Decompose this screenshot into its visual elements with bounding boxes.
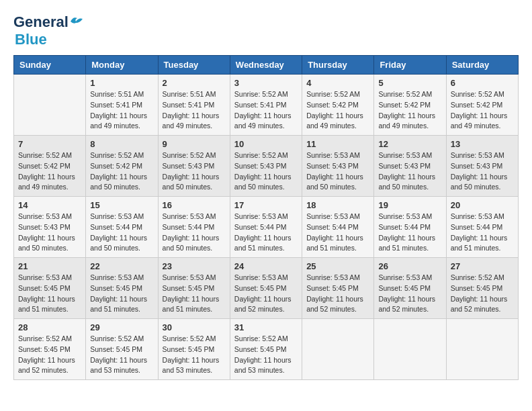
calendar-cell: 11Sunrise: 5:53 AMSunset: 5:43 PMDayligh… [302,136,374,197]
calendar-row: 28Sunrise: 5:52 AMSunset: 5:45 PMDayligh… [14,319,519,380]
calendar-cell [446,319,518,380]
day-number: 4 [306,78,369,88]
day-info: Sunrise: 5:52 AMSunset: 5:43 PMDaylight:… [163,150,226,193]
calendar-cell [14,75,86,136]
calendar-cell: 13Sunrise: 5:53 AMSunset: 5:43 PMDayligh… [446,136,518,197]
day-info: Sunrise: 5:52 AMSunset: 5:41 PMDaylight:… [234,89,298,132]
day-info: Sunrise: 5:52 AMSunset: 5:43 PMDaylight:… [234,150,298,193]
calendar-cell: 16Sunrise: 5:53 AMSunset: 5:44 PMDayligh… [158,197,230,258]
day-info: Sunrise: 5:52 AMSunset: 5:42 PMDaylight:… [378,89,441,132]
calendar-cell: 17Sunrise: 5:53 AMSunset: 5:44 PMDayligh… [230,197,302,258]
day-number: 22 [90,261,153,271]
weekday-header: Friday [374,56,446,75]
calendar-cell: 7Sunrise: 5:52 AMSunset: 5:42 PMDaylight… [14,136,86,197]
day-info: Sunrise: 5:53 AMSunset: 5:45 PMDaylight:… [378,273,441,315]
calendar-cell: 3Sunrise: 5:52 AMSunset: 5:41 PMDaylight… [230,75,302,136]
day-number: 8 [90,139,153,149]
day-info: Sunrise: 5:53 AMSunset: 5:44 PMDaylight:… [378,212,441,254]
day-number: 1 [90,78,153,88]
day-number: 27 [451,261,514,271]
day-number: 12 [378,139,441,149]
calendar-cell: 27Sunrise: 5:52 AMSunset: 5:45 PMDayligh… [446,258,518,319]
calendar-cell [374,319,446,380]
calendar-row: 14Sunrise: 5:53 AMSunset: 5:43 PMDayligh… [14,197,519,258]
day-info: Sunrise: 5:52 AMSunset: 5:45 PMDaylight:… [18,334,81,376]
calendar-cell: 22Sunrise: 5:53 AMSunset: 5:45 PMDayligh… [86,258,158,319]
weekday-header: Sunday [14,56,86,75]
day-info: Sunrise: 5:52 AMSunset: 5:45 PMDaylight:… [451,273,514,315]
calendar-cell: 30Sunrise: 5:52 AMSunset: 5:45 PMDayligh… [158,319,230,380]
calendar-cell: 31Sunrise: 5:52 AMSunset: 5:45 PMDayligh… [230,319,302,380]
day-number: 11 [306,139,369,149]
logo: General Blue [13,13,83,48]
day-info: Sunrise: 5:52 AMSunset: 5:45 PMDaylight:… [234,334,298,376]
day-info: Sunrise: 5:52 AMSunset: 5:42 PMDaylight:… [451,89,514,132]
calendar-cell: 8Sunrise: 5:52 AMSunset: 5:42 PMDaylight… [86,136,158,197]
logo-blue: Blue [15,31,47,48]
calendar-cell: 15Sunrise: 5:53 AMSunset: 5:44 PMDayligh… [86,197,158,258]
day-info: Sunrise: 5:53 AMSunset: 5:45 PMDaylight:… [18,273,81,315]
calendar-cell: 28Sunrise: 5:52 AMSunset: 5:45 PMDayligh… [14,319,86,380]
day-info: Sunrise: 5:52 AMSunset: 5:42 PMDaylight:… [306,89,369,132]
day-number: 28 [18,322,81,332]
logo-bird-icon [69,15,83,27]
calendar-cell: 24Sunrise: 5:53 AMSunset: 5:45 PMDayligh… [230,258,302,319]
day-info: Sunrise: 5:53 AMSunset: 5:45 PMDaylight:… [306,273,369,315]
calendar-table: SundayMondayTuesdayWednesdayThursdayFrid… [13,55,519,380]
day-number: 17 [234,200,298,210]
day-info: Sunrise: 5:53 AMSunset: 5:43 PMDaylight:… [451,150,514,193]
weekday-header: Thursday [302,56,374,75]
calendar-row: 1Sunrise: 5:51 AMSunset: 5:41 PMDaylight… [14,75,519,136]
day-number: 6 [451,78,514,88]
day-number: 9 [163,139,226,149]
day-number: 19 [378,200,441,210]
calendar-cell: 5Sunrise: 5:52 AMSunset: 5:42 PMDaylight… [374,75,446,136]
day-info: Sunrise: 5:53 AMSunset: 5:44 PMDaylight:… [90,212,153,254]
calendar-body: 1Sunrise: 5:51 AMSunset: 5:41 PMDaylight… [14,75,519,380]
calendar-cell: 18Sunrise: 5:53 AMSunset: 5:44 PMDayligh… [302,197,374,258]
day-info: Sunrise: 5:51 AMSunset: 5:41 PMDaylight:… [90,89,153,132]
day-number: 30 [163,322,226,332]
day-number: 15 [90,200,153,210]
weekday-header: Tuesday [158,56,230,75]
calendar-cell: 12Sunrise: 5:53 AMSunset: 5:43 PMDayligh… [374,136,446,197]
calendar-cell: 23Sunrise: 5:53 AMSunset: 5:45 PMDayligh… [158,258,230,319]
calendar-cell: 6Sunrise: 5:52 AMSunset: 5:42 PMDaylight… [446,75,518,136]
day-info: Sunrise: 5:53 AMSunset: 5:43 PMDaylight:… [18,212,81,254]
day-number: 13 [451,139,514,149]
calendar-cell: 26Sunrise: 5:53 AMSunset: 5:45 PMDayligh… [374,258,446,319]
day-number: 7 [18,139,81,149]
day-number: 3 [234,78,298,88]
logo-general: General [13,13,69,31]
header-row: SundayMondayTuesdayWednesdayThursdayFrid… [14,56,519,75]
day-number: 20 [451,200,514,210]
day-info: Sunrise: 5:53 AMSunset: 5:45 PMDaylight:… [163,273,226,315]
day-info: Sunrise: 5:53 AMSunset: 5:44 PMDaylight:… [163,212,226,254]
weekday-header: Monday [86,56,158,75]
page-header: General Blue [13,13,519,48]
day-number: 21 [18,261,81,271]
day-info: Sunrise: 5:52 AMSunset: 5:45 PMDaylight:… [90,334,153,376]
day-number: 26 [378,261,441,271]
weekday-header: Saturday [446,56,518,75]
day-info: Sunrise: 5:52 AMSunset: 5:42 PMDaylight:… [18,150,81,193]
day-info: Sunrise: 5:53 AMSunset: 5:43 PMDaylight:… [378,150,441,193]
day-info: Sunrise: 5:52 AMSunset: 5:42 PMDaylight:… [90,150,153,193]
calendar-cell: 21Sunrise: 5:53 AMSunset: 5:45 PMDayligh… [14,258,86,319]
day-number: 29 [90,322,153,332]
calendar-cell: 19Sunrise: 5:53 AMSunset: 5:44 PMDayligh… [374,197,446,258]
day-number: 31 [234,322,298,332]
weekday-header: Wednesday [230,56,302,75]
day-number: 2 [163,78,226,88]
day-info: Sunrise: 5:53 AMSunset: 5:45 PMDaylight:… [234,273,298,315]
day-number: 5 [378,78,441,88]
day-info: Sunrise: 5:52 AMSunset: 5:45 PMDaylight:… [163,334,226,376]
day-info: Sunrise: 5:53 AMSunset: 5:43 PMDaylight:… [306,150,369,193]
day-number: 23 [163,261,226,271]
calendar-cell: 20Sunrise: 5:53 AMSunset: 5:44 PMDayligh… [446,197,518,258]
day-info: Sunrise: 5:51 AMSunset: 5:41 PMDaylight:… [163,89,226,132]
day-number: 10 [234,139,298,149]
day-info: Sunrise: 5:53 AMSunset: 5:45 PMDaylight:… [90,273,153,315]
day-info: Sunrise: 5:53 AMSunset: 5:44 PMDaylight:… [234,212,298,254]
calendar-cell: 10Sunrise: 5:52 AMSunset: 5:43 PMDayligh… [230,136,302,197]
